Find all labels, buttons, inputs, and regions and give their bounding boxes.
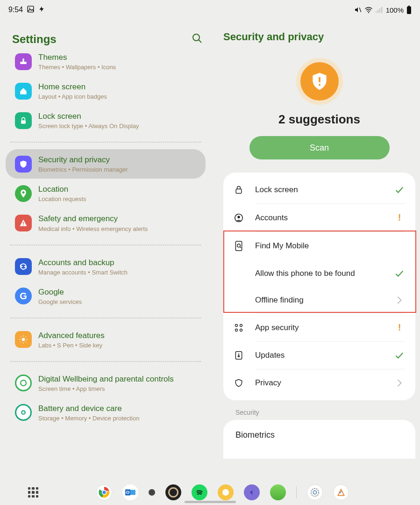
search-icon <box>192 33 203 44</box>
svg-point-24 <box>235 324 238 326</box>
check-icon <box>394 185 405 195</box>
dock-green-icon[interactable] <box>270 484 286 500</box>
dock-yellow-icon[interactable] <box>218 484 234 500</box>
svg-point-26 <box>235 329 238 331</box>
svg-point-25 <box>240 324 242 326</box>
row-privacy[interactable]: Privacy <box>223 369 415 397</box>
dock-outlook-icon[interactable]: O <box>122 484 138 500</box>
wifi-icon <box>364 7 373 13</box>
alert-icon <box>15 215 32 231</box>
item-subtitle: Google services <box>38 298 199 305</box>
row-allow-phone-found[interactable]: Allow this phone to be found <box>223 260 415 287</box>
sidebar-item-safety-emergency[interactable]: Safety and emergency Medical info • Wire… <box>6 208 206 238</box>
updates-icon <box>234 350 244 361</box>
account-icon <box>234 213 244 223</box>
item-title: Battery and device care <box>38 404 199 414</box>
item-title: Digital Wellbeing and parental controls <box>38 374 199 384</box>
sidebar-item-home-screen[interactable]: Home screen Layout • App icon badges <box>6 76 206 106</box>
lock-icon <box>234 185 244 195</box>
item-subtitle: Storage • Memory • Device protection <box>38 415 199 422</box>
sidebar-item-security-privacy[interactable]: Security and privacy Biometrics • Permis… <box>6 149 206 179</box>
image-icon <box>27 5 35 15</box>
divider <box>10 361 201 362</box>
item-title: Security and privacy <box>38 155 199 165</box>
search-button[interactable] <box>190 31 205 48</box>
row-updates[interactable]: Updates <box>223 342 415 369</box>
svg-point-2 <box>368 12 369 13</box>
dock-settings-icon[interactable] <box>307 484 323 500</box>
item-subtitle: Location requests <box>38 195 199 202</box>
item-subtitle: Manage accounts • Smart Switch <box>38 269 199 276</box>
row-label: Accounts <box>255 213 383 223</box>
svg-rect-19 <box>236 189 242 193</box>
sync-icon <box>15 258 32 275</box>
sidebar-item-themes[interactable]: Themes Themes • Wallpapers • Icons <box>6 52 206 76</box>
chevron-right-icon <box>394 379 405 387</box>
item-subtitle: Labs • S Pen • Side key <box>38 342 199 349</box>
sidebar-item-digital-wellbeing[interactable]: Digital Wellbeing and parental controls … <box>6 368 206 398</box>
svg-text:O: O <box>126 490 130 495</box>
sidebar-item-google[interactable]: G Google Google services <box>6 281 206 311</box>
row-label: Privacy <box>255 378 383 388</box>
row-app-security[interactable]: App security ! <box>223 314 415 341</box>
dock-triangle-icon[interactable] <box>333 484 349 500</box>
svg-rect-6 <box>381 7 382 13</box>
sidebar-item-lock-screen[interactable]: Lock screen Screen lock type • Always On… <box>6 106 206 135</box>
item-subtitle: Layout • App icon badges <box>38 93 199 100</box>
svg-rect-13 <box>23 224 24 225</box>
device-care-icon <box>15 404 32 421</box>
svg-rect-7 <box>408 6 410 7</box>
dock-purple-icon[interactable] <box>244 484 260 500</box>
warning-icon: ! <box>394 322 405 333</box>
gesture-handle[interactable] <box>185 501 236 503</box>
item-title: Home screen <box>38 82 199 92</box>
lock-icon <box>15 112 32 129</box>
row-label: App security <box>255 323 383 332</box>
chevron-right-icon <box>394 296 405 304</box>
svg-point-36 <box>311 489 319 497</box>
svg-point-14 <box>22 338 25 341</box>
svg-rect-18 <box>319 84 320 86</box>
dock-dot-icon[interactable] <box>149 489 155 496</box>
item-subtitle: Biometrics • Permission manager <box>38 166 199 173</box>
battery-percent: 100% <box>386 6 404 14</box>
row-label: Lock screen <box>255 185 383 195</box>
divider <box>10 142 201 143</box>
apps-button[interactable] <box>28 487 38 498</box>
find-mobile-icon <box>234 240 244 252</box>
row-accounts[interactable]: Accounts ! <box>223 204 415 231</box>
themes-icon <box>15 53 32 70</box>
scan-button[interactable]: Scan <box>249 136 390 159</box>
sidebar-item-advanced-features[interactable]: Advanced features Labs • S Pen • Side ke… <box>6 325 206 354</box>
sidebar-item-accounts-backup[interactable]: Accounts and backup Manage accounts • Sm… <box>6 252 206 281</box>
home-icon <box>15 83 32 100</box>
row-find-my-mobile[interactable]: Find My Mobile <box>223 232 415 260</box>
sidebar-item-location[interactable]: Location Location requests <box>6 179 206 208</box>
row-offline-finding[interactable]: Offline finding <box>223 287 415 313</box>
row-label: Find My Mobile <box>255 241 383 251</box>
bolt-icon <box>38 5 45 15</box>
dock-spotify-icon[interactable] <box>192 484 207 500</box>
status-shield <box>223 58 415 105</box>
item-subtitle: Medical info • Wireless emergency alerts <box>38 225 199 232</box>
row-label: Allow this phone to be found <box>255 269 383 278</box>
sidebar-item-battery-care[interactable]: Battery and device care Storage • Memory… <box>6 398 206 427</box>
dock-chrome-icon[interactable] <box>96 484 112 500</box>
svg-rect-34 <box>130 490 135 495</box>
dock-ring-icon[interactable] <box>165 484 181 500</box>
shield-icon <box>15 156 32 173</box>
location-icon <box>15 185 32 202</box>
svg-point-21 <box>237 216 240 218</box>
item-subtitle: Screen lock type • Always On Display <box>38 123 199 130</box>
row-label: Offline finding <box>255 296 383 305</box>
shield-warning-icon <box>309 71 330 92</box>
svg-rect-8 <box>407 7 411 14</box>
svg-point-23 <box>237 244 241 247</box>
row-lock-screen[interactable]: Lock screen <box>223 176 415 203</box>
page-title: Settings <box>12 33 57 46</box>
svg-rect-17 <box>319 77 320 82</box>
row-biometrics[interactable]: Biometrics <box>223 420 415 459</box>
svg-rect-22 <box>235 241 242 251</box>
biometrics-label: Biometrics <box>235 430 275 440</box>
divider <box>10 245 201 245</box>
